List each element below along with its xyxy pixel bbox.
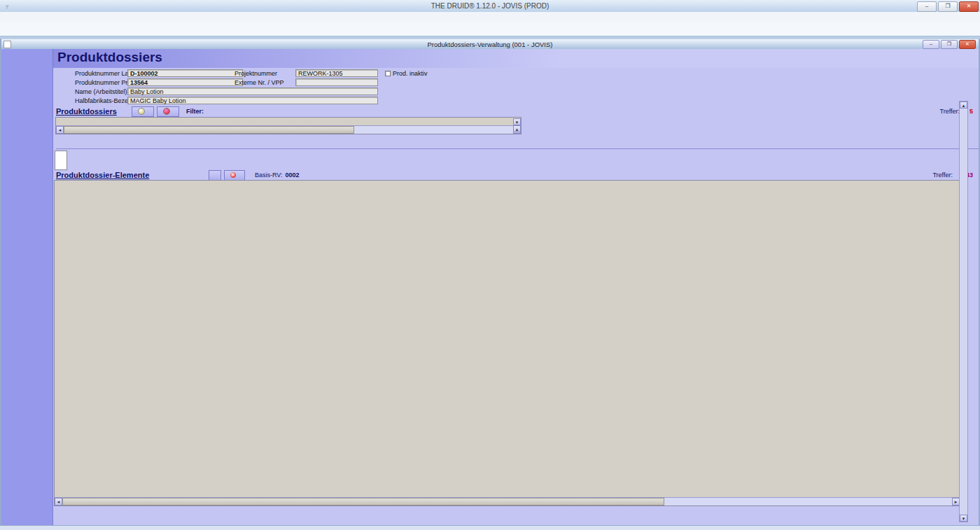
filter-label: Filter:: [186, 108, 204, 115]
mdi-minimize-button[interactable]: –: [923, 40, 939, 49]
pin-icon: [138, 108, 145, 115]
field-projektnummer[interactable]: REWORK-1305: [295, 69, 378, 77]
label-externe-nr: Externe Nr. / VPP: [234, 79, 284, 86]
scroll-up-icon[interactable]: ▲: [960, 102, 967, 109]
elements-toolbar: Produktdossier-Elemente ✕ Basis-RV:0002 …: [55, 170, 979, 180]
elements-treffer-label: Treffer:: [932, 172, 953, 179]
scroll-left-icon[interactable]: ◂: [56, 126, 64, 134]
menubar: [0, 12, 980, 22]
fixierung-aktivieren-button[interactable]: [132, 106, 154, 117]
field-produktnummer-labor[interactable]: D-100002: [127, 69, 243, 77]
dossiers-table-header: [56, 118, 521, 125]
elements-hscroll-thumb[interactable]: [62, 498, 664, 505]
unpin-icon: [163, 108, 170, 115]
dossiers-title: Produktdossiers: [56, 107, 132, 116]
header-band: Produktdossiers: [53, 49, 979, 68]
kopieren-button: [209, 170, 221, 181]
basis-rv-value: 0002: [286, 172, 300, 179]
toolbar: [0, 22, 980, 36]
dossiers-treffer-label: Treffer:: [939, 108, 960, 115]
scroll-down-icon[interactable]: ▼: [960, 515, 967, 522]
eliminieren-button[interactable]: ✕: [224, 170, 245, 181]
form-page-icon: [55, 151, 67, 170]
product-fields: Produktnummer Labor D-100002 Projektnumm…: [53, 68, 979, 104]
basis-rv: Basis-RV:0002: [255, 172, 300, 179]
mdi-title: Produktdossiers-Verwaltung (001 - JOVIS): [1, 41, 979, 48]
app-minimize-button[interactable]: –: [917, 1, 937, 12]
eliminate-icon: ✕: [230, 172, 236, 178]
basis-rv-label: Basis-RV:: [255, 172, 283, 179]
element-tools: [55, 151, 979, 170]
field-name-arbeitstitel[interactable]: Baby Lotion: [127, 88, 378, 95]
label-projektnummer: Projektnummer: [234, 70, 277, 77]
app-close-button[interactable]: ✕: [959, 1, 979, 12]
mdi-close-button[interactable]: ✕: [959, 40, 976, 49]
dossiers-treffer-value: 5: [969, 108, 973, 115]
mdi-restore-button[interactable]: ❐: [941, 40, 958, 49]
fixierung-aufheben-button[interactable]: [157, 106, 179, 117]
elements-title: Produktdossier-Elemente: [55, 171, 209, 179]
mdi-titlebar: Produktdossiers-Verwaltung (001 - JOVIS)…: [1, 39, 979, 49]
label-prod-inaktiv: Prod. inaktiv: [393, 70, 428, 77]
field-externe-nr[interactable]: [295, 78, 378, 86]
main-panel: Produktdossiers Produktnummer Labor D-10…: [53, 49, 979, 525]
app-titlebar: ♆ THE DRUID® 1.12.0 - JOVIS (PROD) – ❐ ✕: [0, 0, 980, 12]
app-title: THE DRUID® 1.12.0 - JOVIS (PROD): [0, 2, 980, 10]
dossiers-horizontal-scrollbar[interactable]: ◂ ▸: [56, 125, 521, 134]
scroll-left-icon[interactable]: ◂: [55, 498, 62, 505]
scroll-down-icon[interactable]: ▼: [513, 118, 521, 125]
label-name-arbeitstitel: Name (Arbeitstitel): [75, 88, 127, 95]
prod-inaktiv-checkbox[interactable]: [385, 71, 391, 76]
dossiers-table: ▲ ▼ ◂ ▸: [55, 117, 522, 134]
dossiers-toolbar: Produktdossiers Filter: Treffer: 5: [53, 106, 979, 117]
dossiers-hscroll-thumb[interactable]: [64, 126, 354, 134]
page-title: Produktdossiers: [57, 50, 162, 65]
elements-horizontal-scrollbar[interactable]: ◂ ▸: [55, 497, 960, 505]
scroll-up-icon[interactable]: ▲: [513, 125, 521, 132]
elements-vertical-scrollbar[interactable]: ▲ ▼: [959, 101, 968, 522]
dossier-tabs: [56, 139, 979, 149]
desktop-strip: [0, 526, 980, 530]
produktdossiers-window: Produktdossiers-Verwaltung (001 - JOVIS)…: [0, 39, 980, 526]
sidebar: [1, 49, 53, 525]
elements-table: ◂ ▸: [54, 180, 960, 506]
app-maximize-button[interactable]: ❐: [938, 1, 958, 12]
elements-table-header: [55, 181, 960, 189]
prod-inaktiv-group: Prod. inaktiv: [385, 70, 428, 77]
elements-table-rows: [55, 189, 960, 497]
field-halbfabrikat[interactable]: MAGIC Baby Lotion: [127, 97, 378, 104]
field-produktnummer-produktion[interactable]: 13564: [127, 78, 243, 86]
